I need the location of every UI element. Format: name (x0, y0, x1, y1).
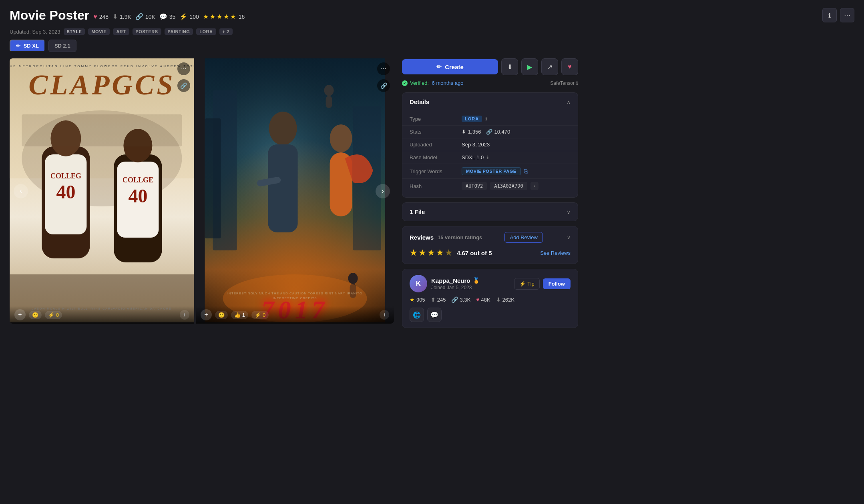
gallery-image-left: THE METROPOLITAN LINE TOMMY FLOWERS FEUD… (10, 58, 194, 324)
author-actions: ⚡ Tip Follow (514, 278, 571, 290)
link-icon: 🔗 (135, 13, 143, 20)
author-name-row: Kappa_Neuro 🏅 (431, 277, 480, 284)
version-tab-sdxl[interactable]: ✏ SD XL (10, 40, 45, 52)
author-stat-hearts: ♥ 48K (476, 296, 490, 303)
rating-stars: ★ ★ ★ ★ ★ (410, 248, 453, 258)
add-reaction-button[interactable]: + (14, 309, 26, 320)
share-arrow-icon: ↗ (547, 63, 553, 71)
see-reviews-link[interactable]: See Reviews (540, 250, 571, 256)
svg-point-29 (324, 85, 334, 96)
info-button[interactable]: ℹ (822, 8, 837, 22)
bolt-count-button[interactable]: ⚡ 0 (45, 311, 62, 319)
details-panel: Details ∧ Type LORA ℹ Stats ⬇ (402, 92, 578, 198)
verified-time-link[interactable]: 6 months ago (432, 80, 464, 86)
files-header[interactable]: 1 File ∨ (402, 203, 578, 221)
reviews-label: Reviews (410, 234, 434, 241)
add-review-button[interactable]: Add Review (504, 232, 543, 243)
tip-button[interactable]: ⚡ Tip (514, 278, 540, 290)
type-info-icon[interactable]: ℹ (485, 116, 487, 122)
details-chevron-icon: ∧ (567, 99, 571, 105)
base-model-label: Base Model (410, 154, 462, 160)
tag-art: ART (113, 28, 129, 35)
more-options-button[interactable]: ⋯ (840, 8, 854, 22)
play-triangle-icon: ▶ (527, 63, 532, 71)
play-button[interactable]: ▶ (521, 58, 538, 75)
left-poster-image: THE METROPOLITAN LINE TOMMY FLOWERS FEUD… (10, 58, 194, 322)
right-add-reaction-button[interactable]: + (201, 309, 212, 320)
base-model-info-icon[interactable]: ℹ (487, 155, 489, 160)
version-ratings-text: 15 version ratings (438, 234, 482, 240)
trigger-word-tag: MOVIE POSTER PAGE (462, 167, 521, 175)
tag-row: Updated: Sep 3, 2023 STYLE MOVIE ART POS… (10, 28, 822, 35)
page-title: Movie Poster (10, 8, 89, 23)
svg-point-26 (269, 112, 297, 145)
gallery-prev-button[interactable]: ‹ (14, 184, 28, 198)
download-icon: ⬇ (113, 13, 118, 20)
download-button[interactable]: ⬇ (501, 58, 518, 75)
author-top: K Kappa_Neuro 🏅 Joined Jan 5, 2023 ⚡ Tip (410, 275, 571, 292)
hash-expand-button[interactable]: › (530, 182, 538, 190)
svg-text:CLAPGCS: CLAPGCS (28, 69, 175, 101)
right-image-bottom-bar: + 🙂 👍 1 ⚡ 0 ℹ (196, 306, 394, 324)
right-image-options-button[interactable]: ⋯ (377, 62, 390, 75)
share-button[interactable]: ↗ (541, 58, 558, 75)
left-bottom-controls: + 🙂 ⚡ 0 (14, 309, 62, 320)
detail-row-hash: Hash AUTOV2 A13A02A7D0 › (402, 179, 578, 193)
rating-star-5-partial: ★ (445, 248, 453, 258)
right-bolt-count-button[interactable]: ⚡ 0 (251, 311, 269, 319)
reviews-title-group: Reviews 15 version ratings (410, 234, 482, 241)
author-info: K Kappa_Neuro 🏅 Joined Jan 5, 2023 (410, 275, 480, 292)
base-model-value: SDXL 1.0 ℹ (462, 154, 489, 160)
social-icon-1: 🌐 (413, 311, 421, 319)
author-download-icon: ⬇ (496, 296, 501, 303)
hash-badge-1: AUTOV2 (462, 182, 487, 190)
header-right: ℹ ⋯ (822, 8, 854, 22)
star-1: ★ (203, 13, 209, 20)
safetensor-info-icon: ℹ (576, 80, 578, 86)
svg-point-31 (348, 273, 358, 284)
author-upload-icon: ⬆ (431, 296, 436, 303)
copy-trigger-button[interactable]: ⎘ (524, 168, 527, 174)
svg-text:INTERESTINGLY MUCH THE AND CAU: INTERESTINGLY MUCH THE AND CAUTION TORES… (227, 292, 362, 295)
svg-text:THE METROPOLITAN LINE TOMMY FL: THE METROPOLITAN LINE TOMMY FLOWERS FEUD… (10, 64, 194, 68)
trigger-value: MOVIE POSTER PAGE ⎘ (462, 167, 527, 175)
rating-star-4: ★ (436, 248, 444, 258)
right-image-info-button[interactable]: ℹ (380, 310, 389, 320)
right-thumbsup-button[interactable]: 👍 1 (231, 311, 248, 319)
detail-row-type: Type LORA ℹ (402, 112, 578, 126)
star-3: ★ (217, 13, 222, 20)
create-button[interactable]: ✏ Create (402, 59, 498, 74)
right-image-link-button[interactable]: 🔗 (377, 79, 390, 92)
author-avatar: K (410, 275, 427, 292)
download-arrow-icon: ⬇ (507, 63, 512, 71)
pencil-icon: ✏ (16, 43, 20, 49)
author-star-icon: ★ (410, 296, 415, 303)
gallery-next-button[interactable]: › (376, 184, 390, 198)
follow-button[interactable]: Follow (543, 278, 571, 289)
emoji-reaction-button[interactable]: 🙂 (29, 311, 42, 319)
stat-likes: ♥ 248 (93, 13, 109, 20)
hash-value: AUTOV2 A13A02A7D0 › (462, 182, 538, 190)
author-social-btn-2[interactable]: 💬 (427, 308, 442, 322)
left-image-info-button[interactable]: ℹ (180, 310, 189, 320)
author-social-btn-1[interactable]: 🌐 (410, 308, 424, 322)
stat-links-val: 🔗 10,470 (486, 129, 510, 135)
left-image-options-button[interactable]: ⋯ (177, 62, 190, 75)
favorite-button[interactable]: ♥ (561, 58, 578, 75)
create-wand-icon: ✏ (436, 63, 442, 70)
stat-downloads-val: ⬇ 1,356 (462, 129, 481, 135)
rating-star-2: ★ (418, 248, 426, 258)
details-body: Type LORA ℹ Stats ⬇ 1,356 (402, 111, 578, 197)
stat-downloads: ⬇ 1.9K (113, 13, 131, 20)
author-stat-links: 🔗 3.3K (451, 296, 470, 303)
right-emoji-reaction-button[interactable]: 🙂 (215, 311, 228, 319)
left-image-link-button[interactable]: 🔗 (177, 79, 190, 92)
tag-more[interactable]: + 2 (219, 28, 233, 35)
star-rating-count: 16 (239, 14, 245, 20)
trigger-label: Trigger Words (410, 168, 462, 174)
details-header[interactable]: Details ∧ (402, 93, 578, 111)
version-tab-sd21[interactable]: SD 2.1 (48, 40, 76, 52)
heart-fav-icon: ♥ (568, 63, 572, 70)
svg-rect-23 (205, 118, 221, 238)
verified-row: ✓ Verified: 6 months ago SafeTensor ℹ (402, 80, 578, 86)
